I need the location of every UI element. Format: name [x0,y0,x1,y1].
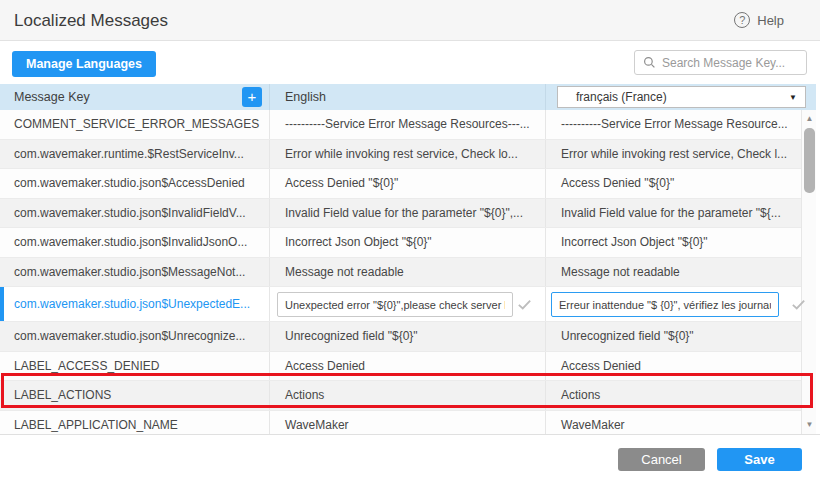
french-cell-editing [546,287,801,321]
english-cell[interactable]: Invalid Field value for the parameter "$… [270,199,546,228]
footer-bar: Cancel Save [0,436,820,487]
french-cell[interactable]: Access Denied [546,352,801,381]
english-column-header: English [270,84,546,110]
table-header-row: Message Key + English français (France) … [0,84,816,110]
table-body: COMMENT_SERVICE_ERROR_MESSAGES ---------… [0,110,816,434]
table-row: LABEL_ACTIONS Actions Actions [0,381,801,411]
french-cell[interactable]: Invalid Field value for the parameter "$… [546,199,801,228]
english-cell[interactable]: ----------Service Error Message Resource… [270,110,546,139]
table-row-editing: com.wavemaker.studio.json$UnexpectedE... [0,287,801,322]
french-cell[interactable]: Actions [546,381,801,410]
english-cell[interactable]: WaveMaker [270,411,546,435]
english-cell-editing [270,287,546,321]
english-cell[interactable]: Access Denied "${0}" [270,169,546,198]
add-message-key-button[interactable]: + [242,87,262,107]
confirm-english-check-icon[interactable] [516,296,533,313]
french-cell[interactable]: WaveMaker [546,411,801,435]
french-cell[interactable]: Incorrect Json Object "${0}" [546,228,801,257]
message-key-cell[interactable]: LABEL_ACCESS_DENIED [0,352,270,381]
selected-row-indicator [0,287,4,321]
chevron-down-icon: ▼ [789,93,797,102]
french-cell[interactable]: Error while invoking rest service, Check… [546,140,801,169]
english-cell[interactable]: Error while invoking rest service, Check… [270,140,546,169]
french-cell[interactable]: Message not readable [546,258,801,287]
save-button[interactable]: Save [717,448,802,471]
english-cell[interactable]: Incorrect Json Object "${0}" [270,228,546,257]
table-row: com.wavemaker.studio.json$AccessDenied A… [0,169,801,199]
english-cell[interactable]: Unrecognized field "${0}" [270,322,546,351]
table-row: com.wavemaker.studio.json$InvalidJsonO..… [0,228,801,258]
message-key-cell[interactable]: com.wavemaker.studio.json$InvalidFieldV.… [0,199,270,228]
title-bar: Localized Messages ? Help [0,0,820,41]
table-row: com.wavemaker.studio.json$Unrecognize...… [0,322,801,352]
table-row: com.wavemaker.runtime.$RestServiceInv...… [0,140,801,170]
message-key-cell[interactable]: com.wavemaker.studio.json$AccessDenied [0,169,270,198]
english-cell[interactable]: Message not readable [270,258,546,287]
search-icon [643,56,656,69]
table-row: LABEL_ACCESS_DENIED Access Denied Access… [0,352,801,382]
help-button[interactable]: ? Help [734,12,784,28]
help-question-icon: ? [734,12,750,28]
table-row: com.wavemaker.studio.json$InvalidFieldV.… [0,199,801,229]
message-key-cell[interactable]: com.wavemaker.studio.json$Unrecognize... [0,322,270,351]
french-message-input[interactable] [551,292,779,317]
page-title: Localized Messages [14,11,168,31]
language-column-header: français (France) ▼ [546,84,816,110]
english-cell[interactable]: Actions [270,381,546,410]
english-cell[interactable]: Access Denied [270,352,546,381]
search-input[interactable] [662,56,798,70]
language-dropdown[interactable]: français (France) ▼ [557,86,806,108]
search-box[interactable] [634,50,807,75]
message-key-cell[interactable]: com.wavemaker.runtime.$RestServiceInv... [0,140,270,169]
french-cell[interactable]: ----------Service Error Message Resource… [546,110,801,139]
table-row: LABEL_APPLICATION_NAME WaveMaker WaveMak… [0,411,801,435]
french-cell[interactable]: Unrecognized field "${0}" [546,322,801,351]
language-dropdown-value: français (France) [576,90,667,104]
table-row: COMMENT_SERVICE_ERROR_MESSAGES ---------… [0,110,801,140]
french-cell[interactable]: Access Denied "${0}" [546,169,801,198]
message-key-cell[interactable]: LABEL_ACTIONS [0,381,270,410]
message-key-cell[interactable]: COMMENT_SERVICE_ERROR_MESSAGES [0,110,270,139]
message-key-cell[interactable]: com.wavemaker.studio.json$MessageNot... [0,258,270,287]
message-key-cell[interactable]: LABEL_APPLICATION_NAME [0,411,270,435]
manage-languages-button[interactable]: Manage Languages [12,51,156,77]
toolbar: Manage Languages [0,42,820,84]
message-key-column-header: Message Key + [0,84,270,110]
message-key-cell-selected[interactable]: com.wavemaker.studio.json$UnexpectedE... [0,287,270,321]
cancel-button[interactable]: Cancel [618,448,705,471]
localized-messages-dialog: Localized Messages ? Help Manage Languag… [0,0,820,487]
help-label: Help [757,13,784,28]
english-message-input[interactable] [277,292,513,317]
message-key-cell[interactable]: com.wavemaker.studio.json$InvalidJsonO..… [0,228,270,257]
table-row: com.wavemaker.studio.json$MessageNot... … [0,258,801,288]
confirm-french-check-icon[interactable] [790,296,807,313]
messages-table: Message Key + English français (France) … [0,84,820,435]
